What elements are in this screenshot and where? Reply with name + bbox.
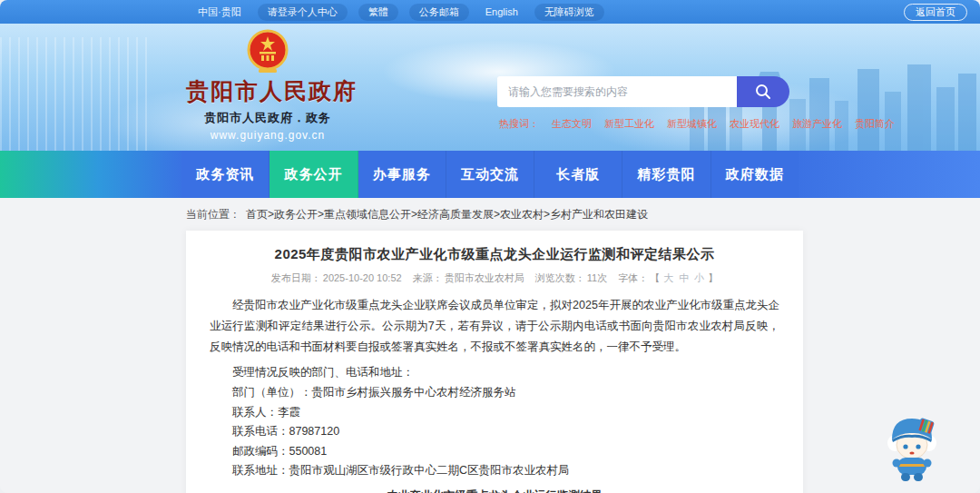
article-paragraph: 受理情况反映的部门、电话和地址：: [210, 363, 779, 381]
nav-item-zwzx[interactable]: 政务资讯: [181, 151, 270, 198]
nav-item-bsfw[interactable]: 办事服务: [358, 151, 446, 198]
hot-word[interactable]: 新型城镇化: [667, 117, 717, 131]
top-utility-bar: 中国·贵阳 请登录个人中心 繁體 公务邮箱 English 无障碍浏览 返回首页: [0, 0, 980, 24]
region-link[interactable]: 中国·贵阳: [192, 4, 247, 21]
mascot-icon: [884, 410, 940, 483]
bracket: 】: [708, 272, 718, 283]
article-body: 经贵阳市农业产业化市级重点龙头企业联席会议成员单位审定，拟对2025年开展的农业…: [210, 295, 779, 493]
site-url: www.guiyang.gov.cn: [186, 129, 349, 142]
contact-address: 联系地址：贵阳市观山湖区市级行政中心二期C区贵阳市农业农村局: [210, 463, 779, 479]
mascot-assistant[interactable]: [884, 410, 940, 487]
font-size-medium-button[interactable]: 中: [679, 272, 689, 283]
font-size-label: 字体：: [618, 272, 648, 283]
search-bar: [497, 76, 789, 107]
source-label: 来源：: [413, 272, 443, 283]
site-name: 贵阳市人民政府: [186, 76, 349, 106]
publish-date-label: 发布日期：: [271, 272, 321, 283]
hot-word[interactable]: 新型工业化: [604, 117, 654, 131]
article-title: 2025年度贵阳市农业产业化市级重点龙头企业运行监测和评定结果公示: [210, 246, 779, 263]
browser-page: 中国·贵阳 请登录个人中心 繁體 公务邮箱 English 无障碍浏览 返回首页: [0, 0, 980, 493]
national-emblem-icon: [247, 29, 289, 74]
hot-word[interactable]: 旅游产业化: [792, 117, 842, 131]
hot-search-label: 热搜词：: [499, 117, 539, 131]
login-link[interactable]: 请登录个人中心: [258, 4, 348, 21]
breadcrumb-path[interactable]: 首页>政务公开>重点领域信息公开>经济高质量发展>农业农村>乡村产业和农田建设: [246, 207, 648, 222]
hot-word[interactable]: 农业现代化: [730, 117, 779, 131]
nav-item-zwgk[interactable]: 政务公开: [270, 151, 358, 198]
nav-item-jcgy[interactable]: 精彩贵阳: [622, 151, 710, 198]
breadcrumb: 当前位置： 首页>政务公开>重点领域信息公开>经济高质量发展>农业农村>乡村产业…: [0, 198, 980, 231]
contact-department: 部门（单位）：贵阳市乡村振兴服务中心农村经济服务站: [210, 385, 779, 401]
publish-date: 2025-10-20 10:52: [323, 272, 402, 283]
search-input[interactable]: [497, 76, 737, 107]
breadcrumb-label: 当前位置：: [186, 207, 240, 222]
nav-item-zzb[interactable]: 长者版: [534, 151, 622, 198]
font-size-small-button[interactable]: 小: [694, 272, 704, 283]
font-size-large-button[interactable]: 大: [663, 272, 673, 283]
views-count: 11次: [587, 272, 607, 283]
article-card: 2025年度贵阳市农业产业化市级重点龙头企业运行监测和评定结果公示 发布日期：2…: [186, 231, 803, 493]
article-meta: 发布日期：2025-10-20 10:52 来源：贵阳市农业农村局 浏览次数：1…: [210, 271, 779, 285]
contact-postcode: 邮政编码：550081: [210, 444, 779, 460]
table-caption: 农业产业化市级重点龙头企业运行监测结果: [210, 488, 779, 493]
source: 贵阳市农业农村局: [445, 272, 524, 283]
back-home-button[interactable]: 返回首页: [904, 4, 967, 21]
views-label: 浏览次数：: [535, 272, 585, 283]
search-button[interactable]: [737, 76, 789, 107]
nav-item-zfsj[interactable]: 政府数据: [711, 151, 799, 198]
article-paragraph: 经贵阳市农业产业化市级重点龙头企业联席会议成员单位审定，拟对2025年开展的农业…: [210, 295, 779, 358]
official-mail-link[interactable]: 公务邮箱: [409, 4, 469, 21]
hot-word[interactable]: 贵阳简介: [855, 117, 895, 131]
contact-phone: 联系电话：87987120: [210, 424, 779, 440]
hot-search-row: 热搜词： 生态文明 新型工业化 新型城镇化 农业现代化 旅游产业化 贵阳简介: [499, 117, 895, 131]
english-link[interactable]: English: [480, 5, 524, 19]
bracket: 【: [650, 272, 660, 283]
traditional-chinese-link[interactable]: 繁體: [358, 4, 398, 21]
hot-word[interactable]: 生态文明: [552, 117, 592, 131]
accessibility-link[interactable]: 无障碍浏览: [534, 4, 604, 21]
site-banner: 贵阳市人民政府 贵阳市人民政府．政务 www.guiyang.gov.cn 热搜…: [0, 24, 980, 151]
search-icon: [754, 83, 772, 101]
site-subtitle: 贵阳市人民政府．政务: [186, 110, 349, 126]
site-logo-block[interactable]: 贵阳市人民政府 贵阳市人民政府．政务 www.guiyang.gov.cn: [186, 29, 349, 142]
contact-person: 联系人：李霞: [210, 405, 779, 421]
main-nav: 政务资讯 政务公开 办事服务 互动交流 长者版 精彩贵阳 政府数据: [0, 151, 980, 198]
nav-item-hdjl[interactable]: 互动交流: [446, 151, 534, 198]
